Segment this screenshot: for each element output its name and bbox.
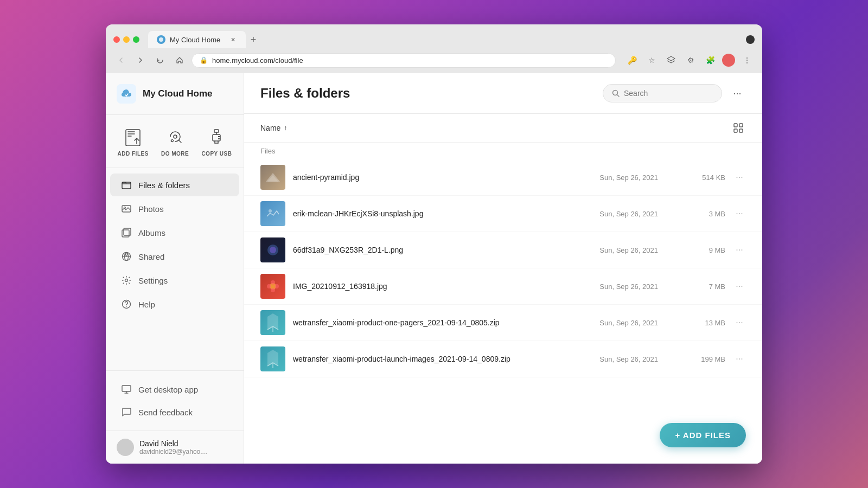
- file-menu-button[interactable]: ···: [733, 352, 746, 365]
- file-date: Sun, Sep 26, 2021: [582, 355, 658, 363]
- close-traffic-light[interactable]: [113, 36, 120, 43]
- svg-rect-22: [734, 129, 737, 132]
- file-size: 199 MB: [687, 355, 725, 363]
- new-tab-button[interactable]: +: [246, 32, 261, 47]
- search-bar[interactable]: [603, 84, 722, 102]
- back-button[interactable]: [113, 53, 129, 68]
- profile-icon[interactable]: [722, 54, 735, 67]
- sort-label: Name: [260, 124, 280, 132]
- layers-icon[interactable]: [663, 53, 679, 68]
- table-row[interactable]: erik-mclean-JHKrEcjXSi8-unsplash.jpg Sun…: [244, 196, 762, 232]
- home-button[interactable]: [172, 53, 187, 68]
- mycloud-logo-icon: [117, 84, 136, 104]
- sidebar-item-shared[interactable]: Shared: [110, 245, 239, 268]
- active-tab[interactable]: My Cloud Home ✕: [148, 31, 246, 48]
- photos-icon: [121, 203, 132, 214]
- file-menu-button[interactable]: ···: [733, 243, 746, 256]
- svg-rect-23: [739, 129, 743, 132]
- tab-close-button[interactable]: ✕: [228, 35, 237, 44]
- settings-icon[interactable]: ⚙: [683, 53, 698, 68]
- sidebar-do-more-action[interactable]: DO MORE: [161, 126, 189, 157]
- key-icon[interactable]: 🔑: [624, 53, 640, 68]
- svg-rect-21: [739, 124, 743, 127]
- file-name: wetransfer_xiaomi-product-one-pagers_202…: [293, 318, 575, 327]
- sidebar-item-settings-label: Settings: [138, 276, 168, 285]
- forward-button[interactable]: [133, 53, 148, 68]
- svg-point-32: [267, 284, 271, 288]
- file-menu-button[interactable]: ···: [733, 316, 746, 329]
- file-list-header: Name ↑: [244, 114, 762, 143]
- sidebar-copy-usb-action[interactable]: COPY USB: [201, 126, 232, 157]
- table-row[interactable]: ancient-pyramid.jpg Sun, Sep 26, 2021 51…: [244, 159, 762, 196]
- sidebar-item-settings[interactable]: Settings: [110, 269, 239, 292]
- more-options-button[interactable]: ···: [729, 85, 746, 102]
- file-thumbnail: [260, 237, 285, 262]
- sidebar-item-shared-label: Shared: [138, 252, 164, 261]
- sidebar-item-photos[interactable]: Photos: [110, 197, 239, 220]
- main-content: Files & folders ···: [244, 73, 762, 464]
- sidebar-add-files-action[interactable]: ADD FILES: [118, 126, 149, 157]
- file-date: Sun, Sep 26, 2021: [582, 174, 658, 182]
- table-row[interactable]: wetransfer_xiaomi-product-launch-images_…: [244, 341, 762, 377]
- minimize-traffic-light[interactable]: [123, 36, 130, 43]
- files-section-label: Files: [244, 143, 762, 159]
- copy-usb-action-label: COPY USB: [201, 151, 232, 157]
- sort-arrow-icon: ↑: [284, 124, 287, 132]
- sidebar-item-help[interactable]: Help: [110, 293, 239, 316]
- file-size: 9 MB: [687, 246, 725, 254]
- tab-favicon: [157, 35, 165, 44]
- grid-toggle-button[interactable]: [731, 120, 746, 136]
- file-date: Sun, Sep 26, 2021: [582, 282, 658, 291]
- file-date: Sun, Sep 26, 2021: [582, 319, 658, 327]
- browser-chrome: My Cloud Home ✕ +: [106, 24, 762, 73]
- sidebar-item-albums-label: Albums: [138, 228, 165, 237]
- search-input[interactable]: [624, 89, 713, 98]
- file-menu-button[interactable]: ···: [733, 280, 746, 293]
- file-date: Sun, Sep 26, 2021: [582, 210, 658, 218]
- lock-icon: 🔒: [200, 56, 208, 64]
- user-avatar: [117, 439, 134, 456]
- table-row[interactable]: wetransfer_xiaomi-product-one-pagers_202…: [244, 305, 762, 341]
- main-wrapper: Files & folders ···: [244, 73, 762, 464]
- table-row[interactable]: 66df31a9_NXG253R_2D1-L.png Sun, Sep 26, …: [244, 232, 762, 268]
- svg-rect-12: [124, 228, 131, 235]
- table-row[interactable]: IMG_20210912_163918.jpg Sun, Sep 26, 202…: [244, 268, 762, 305]
- sidebar-feedback-item[interactable]: Send feedback: [110, 401, 239, 423]
- extension-icon[interactable]: 🧩: [703, 53, 718, 68]
- add-files-fab-label: + ADD FILES: [675, 431, 731, 440]
- svg-point-15: [125, 279, 128, 282]
- address-bar: 🔒 home.mycloud.com/cloud/file 🔑 ☆ ⚙ 🧩 ⋮: [106, 48, 762, 73]
- svg-rect-5: [213, 134, 220, 141]
- shared-icon: [121, 251, 132, 262]
- file-menu-button[interactable]: ···: [733, 207, 746, 220]
- sidebar-item-help-label: Help: [138, 300, 155, 309]
- header-right: ···: [603, 84, 746, 102]
- browser-record-button[interactable]: [746, 35, 755, 44]
- do-more-action-label: DO MORE: [161, 151, 189, 157]
- browser-window: My Cloud Home ✕ +: [106, 24, 762, 464]
- sort-by-name[interactable]: Name ↑: [260, 124, 287, 132]
- svg-point-29: [271, 280, 275, 285]
- menu-dots-icon[interactable]: ⋮: [739, 53, 755, 68]
- maximize-traffic-light[interactable]: [133, 36, 139, 43]
- sidebar-item-photos-label: Photos: [138, 204, 164, 214]
- sidebar-nav: Files & folders Photos: [106, 168, 244, 370]
- file-menu-button[interactable]: ···: [733, 171, 746, 184]
- add-files-icon: [122, 126, 144, 147]
- refresh-button[interactable]: [152, 53, 168, 68]
- albums-icon: [121, 227, 132, 238]
- sidebar-item-files-folders[interactable]: Files & folders: [110, 174, 239, 196]
- tab-title: My Cloud Home: [170, 36, 220, 44]
- desktop-app-icon: [121, 384, 132, 395]
- sidebar: My Cloud Home ADD FILES: [106, 73, 244, 464]
- svg-point-25: [269, 209, 272, 213]
- star-icon[interactable]: ☆: [644, 53, 659, 68]
- sidebar-feedback-label: Send feedback: [138, 408, 193, 417]
- page-title: Files & folders: [260, 86, 350, 101]
- url-bar[interactable]: 🔒 home.mycloud.com/cloud/file: [192, 53, 616, 68]
- sidebar-item-albums[interactable]: Albums: [110, 221, 239, 244]
- user-section: David Nield davidnield29@yahoo....: [106, 431, 244, 464]
- sidebar-desktop-app-item[interactable]: Get desktop app: [110, 378, 239, 400]
- add-files-fab-button[interactable]: + ADD FILES: [660, 423, 746, 447]
- svg-rect-11: [122, 230, 129, 237]
